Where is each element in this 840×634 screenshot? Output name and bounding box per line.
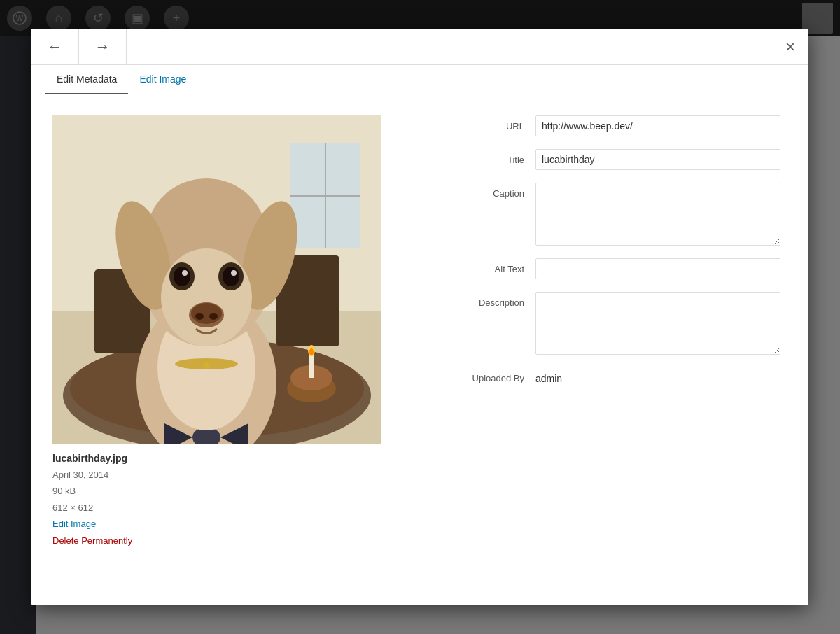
url-label: URL: [458, 115, 536, 132]
caption-row: Caption: [458, 183, 780, 246]
title-label: Title: [458, 149, 536, 165]
title-row: Title: [458, 149, 780, 170]
edit-image-link[interactable]: Edit Image: [52, 519, 96, 529]
media-image: [52, 115, 382, 444]
file-dimensions: 612 × 612: [52, 500, 409, 516]
left-panel: lucabirthday.jpg April 30, 2014 90 kB 61…: [31, 94, 430, 605]
uploaded-by-value: admin: [536, 367, 562, 384]
caption-textarea[interactable]: [536, 183, 780, 246]
file-name: lucabirthday.jpg: [52, 453, 409, 464]
back-button[interactable]: ←: [31, 29, 79, 64]
file-info: lucabirthday.jpg April 30, 2014 90 kB 61…: [52, 453, 409, 549]
tab-bar: Edit Metadata Edit Image: [31, 65, 808, 94]
caption-label: Caption: [458, 183, 536, 199]
right-panel: URL Title Caption Alt Text: [430, 94, 808, 605]
close-button[interactable]: ×: [772, 29, 808, 64]
uploaded-by-row: Uploaded By admin: [458, 367, 780, 384]
svg-point-33: [191, 303, 222, 324]
title-input[interactable]: [536, 149, 780, 170]
svg-point-35: [209, 313, 218, 320]
svg-point-25: [161, 248, 252, 346]
uploaded-by-label: Uploaded By: [458, 367, 536, 383]
modal-navigation: ← → ×: [31, 29, 808, 65]
svg-rect-13: [309, 353, 314, 378]
edit-media-modal: ← → × Edit Metadata Edit Image: [31, 29, 808, 605]
svg-point-30: [223, 267, 239, 286]
svg-point-34: [195, 313, 204, 320]
url-input[interactable]: [536, 115, 780, 136]
alt-text-row: Alt Text: [458, 258, 780, 279]
url-row: URL: [458, 115, 780, 136]
alt-text-label: Alt Text: [458, 258, 536, 274]
file-meta: April 30, 2014 90 kB 612 × 612 Edit Imag…: [52, 467, 409, 549]
delete-permanently-link[interactable]: Delete Permanently: [52, 535, 132, 546]
svg-point-31: [231, 270, 237, 276]
tab-edit-image[interactable]: Edit Image: [128, 65, 197, 94]
description-label: Description: [458, 292, 536, 308]
svg-point-15: [309, 348, 314, 355]
nav-spacer: [127, 29, 772, 64]
modal-overlay: ← → × Edit Metadata Edit Image: [0, 0, 840, 634]
file-size: 90 kB: [52, 483, 409, 499]
file-date: April 30, 2014: [52, 467, 409, 483]
tab-edit-metadata[interactable]: Edit Metadata: [46, 65, 128, 94]
svg-point-28: [182, 270, 188, 276]
modal-body: lucabirthday.jpg April 30, 2014 90 kB 61…: [31, 94, 808, 605]
description-row: Description: [458, 292, 780, 355]
forward-button[interactable]: →: [79, 29, 127, 64]
alt-text-input[interactable]: [536, 258, 780, 279]
description-textarea[interactable]: [536, 292, 780, 355]
svg-point-27: [174, 267, 190, 286]
svg-point-37: [203, 362, 210, 369]
